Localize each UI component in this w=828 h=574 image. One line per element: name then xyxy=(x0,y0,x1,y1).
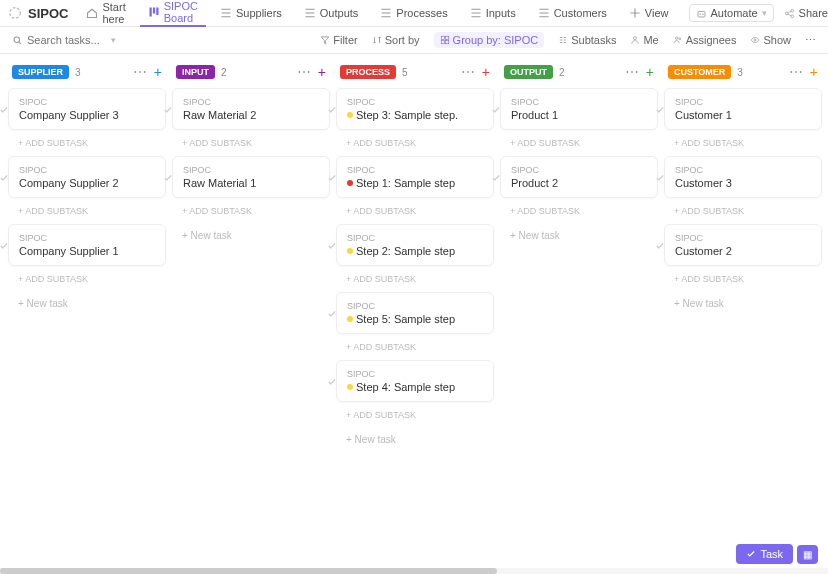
column-more-icon[interactable]: ⋯ xyxy=(133,64,148,80)
add-subtask-button[interactable]: + ADD SUBTASK xyxy=(500,134,658,156)
svg-rect-2 xyxy=(153,8,155,14)
subtasks-button[interactable]: Subtasks xyxy=(558,34,616,46)
check-icon[interactable] xyxy=(491,105,501,115)
assignees-button[interactable]: Assignees xyxy=(673,34,737,46)
column-more-icon[interactable]: ⋯ xyxy=(297,64,312,80)
svg-point-9 xyxy=(790,14,793,17)
column-header: INPUT 2 ⋯ + xyxy=(172,64,330,80)
svg-point-10 xyxy=(14,37,20,43)
column-count: 2 xyxy=(559,67,565,78)
add-subtask-button[interactable]: + ADD SUBTASK xyxy=(8,270,166,292)
column-more-icon[interactable]: ⋯ xyxy=(625,64,640,80)
check-icon[interactable] xyxy=(327,377,337,387)
check-icon[interactable] xyxy=(0,241,9,251)
add-subtask-button[interactable]: + ADD SUBTASK xyxy=(336,338,494,360)
sort-icon xyxy=(372,35,382,45)
tab-customers[interactable]: Customers xyxy=(530,0,615,27)
task-button[interactable]: Task xyxy=(736,544,793,564)
add-subtask-button[interactable]: + ADD SUBTASK xyxy=(336,406,494,428)
filter-button[interactable]: Filter xyxy=(320,34,357,46)
column-add-icon[interactable]: + xyxy=(318,64,326,80)
group-button[interactable]: Group by: SIPOC xyxy=(434,32,545,48)
column-more-icon[interactable]: ⋯ xyxy=(461,64,476,80)
add-subtask-button[interactable]: + ADD SUBTASK xyxy=(336,202,494,224)
search-input[interactable] xyxy=(27,34,107,46)
add-subtask-button[interactable]: + ADD SUBTASK xyxy=(8,202,166,224)
new-task-button[interactable]: + New task xyxy=(336,428,494,451)
me-button[interactable]: Me xyxy=(630,34,658,46)
check-icon[interactable] xyxy=(655,105,665,115)
new-task-button[interactable]: + New task xyxy=(500,224,658,247)
add-subtask-button[interactable]: + ADD SUBTASK xyxy=(664,202,822,224)
tab-inputs[interactable]: Inputs xyxy=(462,0,524,27)
check-icon xyxy=(746,549,756,559)
card[interactable]: SIPOC Raw Material 1 xyxy=(172,156,330,198)
search-icon xyxy=(12,35,23,46)
tab-start-here[interactable]: Start here xyxy=(78,0,133,27)
check-icon[interactable] xyxy=(0,173,9,183)
check-icon[interactable] xyxy=(327,173,337,183)
topbar: SIPOC Start here SIPOC Board Suppliers O… xyxy=(0,0,828,27)
column-add-icon[interactable]: + xyxy=(154,64,162,80)
card[interactable]: SIPOC Customer 1 xyxy=(664,88,822,130)
check-icon[interactable] xyxy=(655,241,665,251)
check-icon[interactable] xyxy=(163,105,173,115)
card[interactable]: SIPOC Company Supplier 3 xyxy=(8,88,166,130)
check-icon[interactable] xyxy=(327,241,337,251)
check-icon[interactable] xyxy=(327,309,337,319)
add-subtask-button[interactable]: + ADD SUBTASK xyxy=(8,134,166,156)
automate-button[interactable]: Automate ▾ xyxy=(689,4,774,22)
more-button[interactable]: ⋯ xyxy=(805,34,816,47)
card[interactable]: SIPOC Customer 3 xyxy=(664,156,822,198)
card[interactable]: SIPOC Step 1: Sample step xyxy=(336,156,494,198)
task-grid-button[interactable]: ▦ xyxy=(797,545,818,564)
add-subtask-button[interactable]: + ADD SUBTASK xyxy=(336,270,494,292)
add-subtask-button[interactable]: + ADD SUBTASK xyxy=(664,270,822,292)
check-icon[interactable] xyxy=(0,105,9,115)
card[interactable]: SIPOC Raw Material 2 xyxy=(172,88,330,130)
check-icon[interactable] xyxy=(491,173,501,183)
new-task-button[interactable]: + New task xyxy=(664,292,822,315)
add-subtask-button[interactable]: + ADD SUBTASK xyxy=(172,134,330,156)
new-task-button[interactable]: + New task xyxy=(172,224,330,247)
card[interactable]: SIPOC Customer 2 xyxy=(664,224,822,266)
group-label: Group by: SIPOC xyxy=(453,34,539,46)
scrollbar-thumb[interactable] xyxy=(0,568,497,574)
chevron-down-icon[interactable]: ▾ xyxy=(111,35,116,45)
add-subtask-button[interactable]: + ADD SUBTASK xyxy=(500,202,658,224)
share-button[interactable]: Share xyxy=(780,7,828,19)
column-add-icon[interactable]: + xyxy=(810,64,818,80)
add-subtask-button[interactable]: + ADD SUBTASK xyxy=(664,134,822,156)
card[interactable]: SIPOC Company Supplier 1 xyxy=(8,224,166,266)
card[interactable]: SIPOC Company Supplier 2 xyxy=(8,156,166,198)
svg-point-16 xyxy=(675,37,678,40)
column-add-icon[interactable]: + xyxy=(646,64,654,80)
column-more-icon[interactable]: ⋯ xyxy=(789,64,804,80)
card[interactable]: SIPOC Step 4: Sample step xyxy=(336,360,494,402)
add-subtask-button[interactable]: + ADD SUBTASK xyxy=(172,202,330,224)
card[interactable]: SIPOC Step 2: Sample step xyxy=(336,224,494,266)
add-subtask-button[interactable]: + ADD SUBTASK xyxy=(336,134,494,156)
subtasks-icon xyxy=(558,35,568,45)
sort-label: Sort by xyxy=(385,34,420,46)
card[interactable]: SIPOC Step 3: Sample step. xyxy=(336,88,494,130)
tab-outputs[interactable]: Outputs xyxy=(296,0,367,27)
check-icon[interactable] xyxy=(327,105,337,115)
card[interactable]: SIPOC Step 5: Sample step xyxy=(336,292,494,334)
tab-suppliers[interactable]: Suppliers xyxy=(212,0,290,27)
filter-icon xyxy=(320,35,330,45)
check-icon[interactable] xyxy=(655,173,665,183)
card[interactable]: SIPOC Product 1 xyxy=(500,88,658,130)
column-add-icon[interactable]: + xyxy=(482,64,490,80)
horizontal-scrollbar[interactable] xyxy=(0,568,828,574)
status-dot-yellow xyxy=(347,248,353,254)
new-task-button[interactable]: + New task xyxy=(8,292,166,315)
tab-view[interactable]: View xyxy=(621,0,677,27)
show-button[interactable]: Show xyxy=(750,34,791,46)
tab-sipoc-board[interactable]: SIPOC Board xyxy=(140,0,206,27)
sort-button[interactable]: Sort by xyxy=(372,34,420,46)
tab-processes[interactable]: Processes xyxy=(372,0,455,27)
card[interactable]: SIPOC Product 2 xyxy=(500,156,658,198)
card-tag: SIPOC xyxy=(347,165,485,175)
check-icon[interactable] xyxy=(163,173,173,183)
